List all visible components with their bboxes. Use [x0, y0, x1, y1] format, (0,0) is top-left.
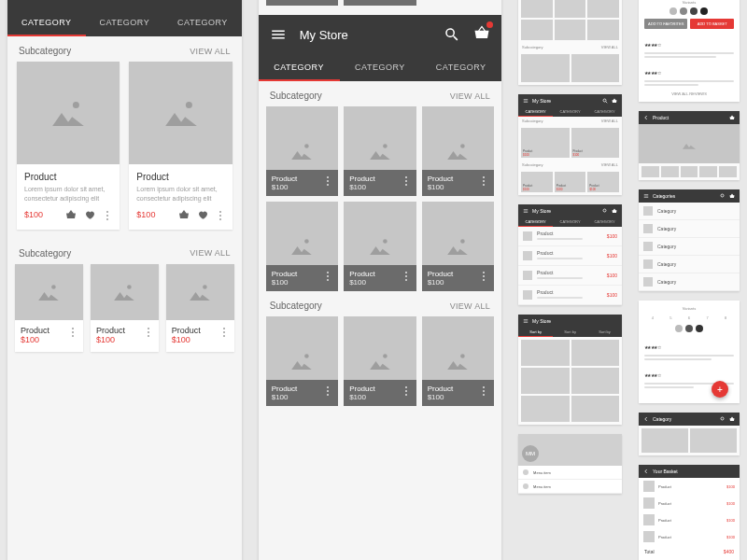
menu-icon[interactable]: [270, 26, 287, 43]
svg-point-20: [721, 417, 724, 420]
product-card[interactable]: Product$100: [91, 264, 159, 352]
more-icon[interactable]: [479, 175, 488, 186]
product-card-large[interactable]: Product Lorem ipsum dolor sit amet, cons…: [17, 62, 120, 230]
product-card[interactable]: Product$100: [266, 0, 339, 6]
menu-icon: [523, 208, 529, 214]
product-card[interactable]: Product$100: [344, 106, 416, 196]
app-bar: My Store CATEGORY CATEGORY CATEGORY: [259, 15, 501, 81]
tab-category[interactable]: CATEGORY: [259, 54, 340, 81]
svg-point-19: [721, 194, 724, 197]
add-basket-button[interactable]: ADD TO BASKET: [690, 19, 734, 29]
thumbnail-product-page: Product: [639, 111, 740, 180]
view-all-link[interactable]: VIEW ALL: [190, 47, 230, 56]
svg-point-11: [305, 239, 310, 244]
tab-category[interactable]: CATEGORY: [163, 9, 242, 36]
menu-icon: [523, 318, 529, 324]
mockup-grid-overlay: Product$100 Product$100 My Store CATEGOR…: [259, 0, 501, 560]
svg-point-16: [461, 354, 466, 358]
search-icon[interactable]: [444, 26, 460, 43]
app-bar: My Store CATEGORY CATEGORY CATEGORY: [7, 0, 242, 36]
svg-point-12: [383, 239, 388, 244]
product-image-placeholder: [129, 62, 232, 164]
product-card[interactable]: Product$100: [266, 316, 338, 406]
thumbnail-categories: Categories Category Category Category Ca…: [639, 189, 740, 291]
basket-icon: [612, 98, 617, 104]
fab-add[interactable]: +: [712, 381, 728, 398]
more-icon[interactable]: [323, 385, 332, 396]
svg-point-15: [383, 354, 388, 358]
product-card[interactable]: Product$100: [166, 264, 234, 352]
svg-point-8: [305, 144, 310, 148]
more-icon[interactable]: [103, 209, 112, 220]
back-icon: [643, 416, 649, 422]
view-all-link[interactable]: VIEW ALL: [450, 301, 490, 311]
subcategory-label: Subcategory: [19, 46, 71, 56]
svg-point-6: [128, 285, 133, 289]
more-icon[interactable]: [323, 175, 332, 186]
more-icon[interactable]: [144, 326, 153, 337]
more-icon[interactable]: [402, 270, 411, 281]
product-card[interactable]: Product$100: [344, 316, 416, 406]
more-icon[interactable]: [323, 270, 332, 281]
product-card[interactable]: Product$100: [422, 202, 494, 291]
more-icon[interactable]: [219, 326, 229, 337]
thumbnail-variant-picker: Variants 45678 ★★★★☆ ★★★★☆ +: [639, 301, 740, 403]
thumbnail-screen: SubcategoryVIEW ALL: [518, 0, 622, 85]
svg-point-9: [383, 144, 388, 148]
tab-category[interactable]: CATEGORY: [86, 9, 164, 36]
view-all-link[interactable]: VIEW ALL: [450, 91, 490, 101]
more-icon[interactable]: [479, 385, 488, 396]
menu-icon: [643, 193, 649, 199]
thumbnail-screen: My Store CATEGORYCATEGORYCATEGORY Subcat…: [518, 94, 622, 195]
back-icon: [643, 115, 649, 120]
product-card[interactable]: Product$100: [422, 106, 494, 196]
svg-point-13: [461, 239, 466, 244]
svg-point-4: [185, 102, 191, 108]
basket-icon: [729, 416, 735, 422]
product-card[interactable]: Product$100: [422, 316, 494, 406]
basket-icon: [612, 208, 617, 214]
basket-icon[interactable]: [65, 209, 77, 220]
section-header: SubcategoryVIEW ALL: [7, 36, 242, 62]
more-icon[interactable]: [216, 209, 225, 220]
list-view: Product$100 Product$100 Product$100 Prod…: [518, 227, 622, 305]
basket-icon: [729, 193, 735, 199]
thumbnail-product-detail: Variants ADD TO FAVORITESADD TO BASKET ★…: [639, 0, 740, 102]
product-card-large[interactable]: Product Lorem ipsum dolor sit amet, cons…: [129, 62, 232, 230]
tab-category[interactable]: CATEGORY: [340, 54, 421, 81]
mockup-thumbnails-col-a: SubcategoryVIEW ALL My Store CATEGORYCAT…: [518, 0, 622, 560]
more-icon[interactable]: [68, 326, 78, 337]
heart-icon[interactable]: [84, 209, 95, 220]
tab-category[interactable]: CATEGORY: [420, 54, 501, 81]
section-header: SubcategoryVIEW ALL: [7, 239, 242, 264]
product-card[interactable]: Product$100: [266, 202, 338, 291]
more-icon[interactable]: [402, 175, 411, 186]
svg-point-5: [52, 285, 57, 289]
product-card[interactable]: Product$100: [266, 106, 338, 196]
product-card[interactable]: Product$100: [344, 0, 416, 6]
heart-icon[interactable]: [197, 209, 208, 220]
product-card[interactable]: Product$100: [15, 264, 83, 352]
svg-point-18: [603, 209, 606, 212]
svg-point-3: [73, 102, 79, 108]
search-icon: [602, 208, 608, 214]
cart-button[interactable]: [473, 24, 490, 45]
mockup-home-cards: Product$100 Product$100 Product$100 My S…: [7, 0, 242, 560]
tab-category[interactable]: CATEGORY: [7, 9, 86, 36]
category-tabs: CATEGORY CATEGORY CATEGORY: [7, 9, 242, 36]
basket-icon[interactable]: [178, 209, 190, 220]
svg-point-17: [603, 99, 606, 102]
search-icon: [602, 98, 608, 104]
thumbnail-category-grid: Category: [639, 413, 740, 455]
view-all-link[interactable]: VIEW ALL: [190, 248, 230, 258]
search-icon: [720, 416, 726, 422]
product-card[interactable]: Product$100: [344, 202, 416, 291]
basket-icon: [729, 115, 735, 120]
search-icon: [720, 193, 726, 199]
menu-icon: [523, 98, 529, 104]
add-favorite-button[interactable]: ADD TO FAVORITES: [644, 19, 688, 29]
product-description: Lorem ipsum dolor sit amet, consectetur …: [24, 185, 112, 203]
more-icon[interactable]: [479, 270, 488, 281]
svg-point-14: [305, 354, 310, 358]
more-icon[interactable]: [402, 385, 411, 396]
